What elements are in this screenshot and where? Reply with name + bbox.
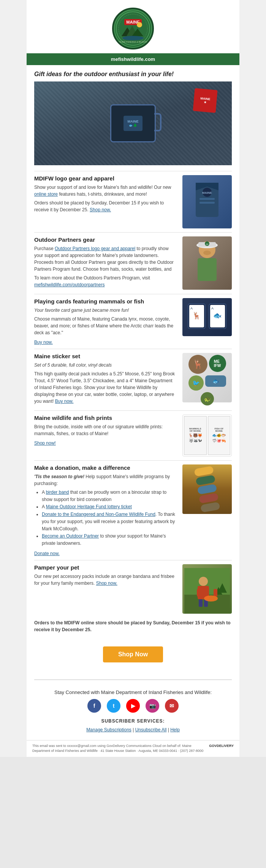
shop-now-link-pet[interactable]: Shop now.	[96, 581, 117, 586]
donation-list: A birder band that can be proudly worn o…	[34, 489, 177, 547]
email-icon[interactable]: ✉	[165, 699, 179, 713]
twitter-icon[interactable]: t	[107, 699, 120, 713]
lottery-ticket-link[interactable]: Maine Outdoor Heritage Fund lottery tick…	[46, 504, 132, 509]
section-wildlife-prints-body: Bring the outside, inside with one of ou…	[34, 423, 177, 437]
hero-mug-image: MAINE🐟🌲	[110, 104, 156, 142]
section-playing-cards-subtitle: Your favorite card game just became more…	[34, 307, 177, 314]
vest-image: MAINE	[182, 175, 232, 228]
outdoor-partners-website-link[interactable]: mefishwildlife.com/outdoorpartners	[34, 282, 104, 287]
instagram-icon[interactable]: 📷	[146, 699, 159, 713]
subscriber-services-label: SUBSCRIBER SERVICES:	[34, 716, 232, 726]
hat-image: OP	[182, 236, 232, 290]
online-store-link[interactable]: online store	[34, 191, 58, 197]
twitter-icon-glyph: t	[113, 703, 115, 709]
section-playing-cards-text: Playing cards featuring mammals or fish …	[34, 298, 177, 345]
section-donation-body: 'Tis the season to give! Help support Ma…	[34, 473, 177, 487]
outdoor-partner-link[interactable]: Become an Outdoor Partner	[42, 533, 99, 539]
logo: MAINE INLAND FISHERIES & WILDLIFE	[112, 8, 154, 49]
logo-badge: MAINE INLAND FISHERIES & WILDLIFE	[114, 10, 152, 48]
section-sticker-set-body: This high quality decal pack includes a …	[34, 370, 177, 405]
svg-point-36	[199, 577, 208, 586]
svg-rect-39	[214, 589, 217, 597]
section-pet-title: Pamper your pet	[34, 564, 177, 571]
facebook-icon[interactable]: f	[87, 699, 101, 713]
donation-bands-visual	[194, 466, 220, 513]
svg-point-8	[137, 22, 142, 27]
svg-text:🦌: 🦌	[192, 311, 201, 320]
sticker-bird: 🐦	[188, 375, 204, 391]
shop-now-link-prints[interactable]: Shop now!	[34, 440, 56, 446]
divider-4	[34, 349, 232, 349]
maine-ifw-seal: MAINE INLAND FISHERIES & WILDLIFE	[116, 11, 150, 46]
main-headline: Gift ideas for the outdoor enthusiast in…	[34, 71, 232, 78]
section-logo-gear-image: MAINE	[182, 175, 232, 228]
section-wildlife-prints-text: Maine wildlife and fish prints Bring the…	[34, 415, 177, 456]
fish-print: FISH OFMAINE 🐟🐠🐡🦈🐙🦐	[208, 416, 231, 455]
section-sticker-set-title: Maine sticker set	[34, 353, 177, 359]
vest-svg: MAINE	[188, 179, 226, 225]
cta-button-wrap: Shop Now	[34, 639, 232, 670]
svg-point-7	[122, 36, 144, 40]
buy-now-link-cards[interactable]: Buy now.	[34, 340, 53, 345]
footer-legal-text: This email was sent to xxxxxx@gmail.com …	[32, 744, 205, 754]
outdoor-partners-gear-link[interactable]: Outdoor Partners logo gear and apparel	[55, 246, 135, 251]
svg-text:A: A	[190, 306, 193, 310]
pet-svg	[184, 568, 230, 614]
cards-image: 🦌 A 🐟 A	[182, 298, 232, 336]
section-pet-body: Our new pet accessory packs include an o…	[34, 573, 177, 587]
svg-rect-22	[198, 258, 217, 281]
section-playing-cards-image: 🦌 A 🐟 A	[182, 298, 232, 345]
section-wildlife-prints: Maine wildlife and fish prints Bring the…	[34, 415, 232, 456]
section-donation-title: Make a donation, make a difference	[34, 464, 177, 471]
donate-now-link[interactable]: Donate now.	[34, 551, 60, 556]
svg-rect-13	[200, 198, 215, 200]
section-playing-cards: Playing cards featuring mammals or fish …	[34, 298, 232, 345]
mammals-print: MAMMALSOF MAINE 🦌🐻🦊🐺🦝🐿	[184, 416, 207, 455]
govdelivery-logo: GOVDELIVERY	[209, 744, 234, 749]
section-wildlife-prints-image: MAMMALSOF MAINE 🦌🐻🦊🐺🦝🐿 FISH OFMAINE 🐟🐠🐡🦈…	[182, 415, 232, 456]
section-outdoor-partners-title: Outdoor Partners gear	[34, 236, 177, 243]
section-outdoor-partners-text: Outdoor Partners gear Purchase Outdoor P…	[34, 236, 177, 290]
section-outdoor-partners-body: Purchase Outdoor Partners logo gear and …	[34, 245, 177, 273]
youtube-icon[interactable]: ▶	[126, 699, 140, 713]
hero-image: MAINE🐟🌲 MAINE★	[34, 81, 232, 165]
section-logo-gear: MDIFW logo gear and apparel Show your su…	[34, 175, 232, 228]
donation-item-3: Donate to the Endangered and Non-Game Wi…	[42, 511, 177, 533]
social-icons-row: f t ▶ 📷 ✉	[34, 699, 232, 713]
hero-patch: MAINE★	[193, 88, 217, 113]
section-sticker-set-image: 🦌 MEIFW 🐦 🐟 🐢	[182, 353, 232, 407]
endangered-fund-link[interactable]: Donate to the Endangered and Non-Game Wi…	[42, 512, 155, 517]
donation-item-2: A Maine Outdoor Heritage Fund lottery ti…	[42, 503, 177, 511]
buy-now-link-stickers[interactable]: Buy now.	[55, 399, 74, 404]
donation-item-1: A birder band that can be proudly worn o…	[42, 489, 177, 503]
help-link[interactable]: Help	[170, 727, 180, 732]
shop-now-link-1[interactable]: Shop now.	[90, 207, 111, 212]
section-pet: Pamper your pet Our new pet accessory pa…	[34, 564, 232, 614]
email-icon-glyph: ✉	[169, 703, 174, 709]
section-sticker-set-text: Maine sticker set Set of 5 durable, full…	[34, 353, 177, 407]
divider-5	[34, 410, 232, 411]
cards-svg: 🦌 A 🐟 A	[184, 298, 230, 336]
svg-text:OP: OP	[206, 243, 209, 246]
birder-band-link[interactable]: birder band	[46, 490, 69, 495]
shop-now-cta-button[interactable]: Shop Now	[103, 646, 163, 662]
section-sticker-set-subtitle: Set of 5 durable, full color, vinyl deca…	[34, 362, 177, 369]
hero-mug-label: MAINE🐟🌲	[124, 116, 142, 131]
sticker-badge: MEIFW	[209, 355, 226, 372]
svg-point-42	[204, 595, 218, 602]
unsubscribe-all-link[interactable]: Unsubscribe All	[135, 727, 167, 732]
divider-2	[34, 232, 232, 233]
donation-item-4: Become an Outdoor Partner to show your s…	[42, 533, 177, 547]
section-pet-text: Pamper your pet Our new pet accessory pa…	[34, 564, 177, 614]
section-wildlife-prints-title: Maine wildlife and fish prints	[34, 415, 177, 421]
section-donation-image	[182, 464, 232, 556]
svg-text:MAINE: MAINE	[202, 191, 212, 195]
manage-subscriptions-link[interactable]: Manage Subscriptions	[86, 727, 131, 732]
band-5	[200, 502, 220, 512]
hat-person-svg: OP	[186, 238, 228, 288]
section-logo-gear-body: Show your support of and love for Maine'…	[34, 184, 177, 198]
orders-note: Orders to the MDIFW online store should …	[34, 619, 232, 633]
section-outdoor-partners: Outdoor Partners gear Purchase Outdoor P…	[34, 236, 232, 290]
divider-7	[34, 560, 232, 560]
website-bar: mefishwildlife.com	[27, 53, 239, 65]
